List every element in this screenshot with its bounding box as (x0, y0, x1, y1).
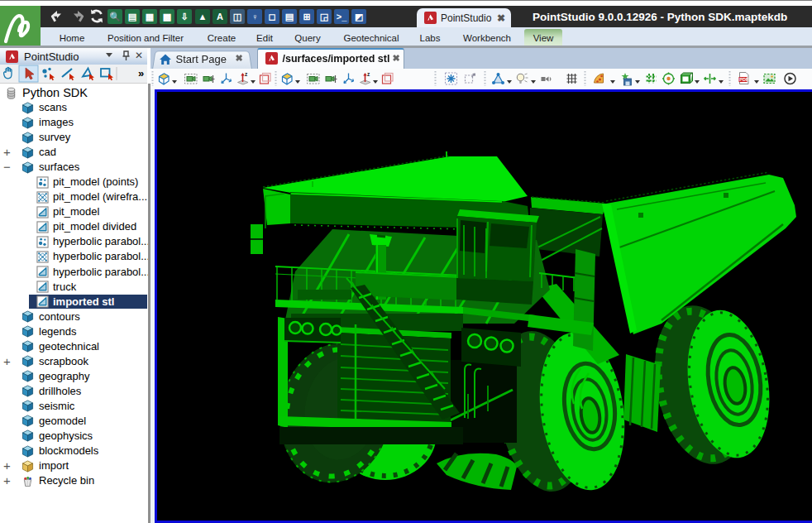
svg-text:»: » (138, 67, 144, 79)
